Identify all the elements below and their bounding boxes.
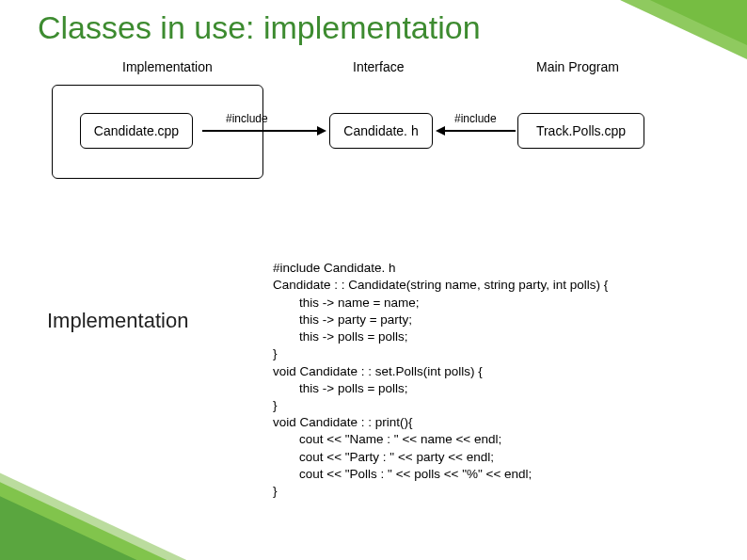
code-line: } bbox=[273, 346, 278, 360]
code-line: this -> name = name; bbox=[273, 295, 724, 312]
diagram-label-implementation: Implementation bbox=[122, 59, 213, 74]
code-line: cout << "Name : " << name << endl; bbox=[273, 431, 724, 448]
code-block: #include Candidate. h Candidate : : Cand… bbox=[273, 243, 724, 500]
diagram-box-candidate-h: Candidate. h bbox=[329, 113, 433, 149]
diagram-arrow-include-1 bbox=[202, 130, 317, 132]
architecture-diagram: Implementation Interface Main Program Ca… bbox=[47, 52, 696, 221]
code-line: void Candidate : : print(){ bbox=[273, 415, 413, 429]
arrowhead-icon bbox=[436, 126, 445, 136]
diagram-box-trackpolls-cpp: Track.Polls.cpp bbox=[517, 113, 644, 149]
code-line: this -> polls = polls; bbox=[273, 380, 724, 397]
diagram-arrow-include-2 bbox=[445, 130, 516, 132]
code-line: cout << "Polls : " << polls << "%" << en… bbox=[273, 466, 724, 483]
arrowhead-icon bbox=[317, 126, 326, 136]
decoration-bottom-left bbox=[0, 400, 235, 560]
code-line: void Candidate : : set.Polls(int polls) … bbox=[273, 364, 483, 378]
code-line: } bbox=[273, 398, 278, 412]
code-line: cout << "Party : " << party << endl; bbox=[273, 449, 724, 466]
diagram-label-interface: Interface bbox=[353, 59, 404, 74]
slide-title: Classes in use: implementation bbox=[38, 9, 481, 46]
code-line: } bbox=[273, 484, 278, 498]
diagram-arrow-label-1: #include bbox=[226, 112, 268, 125]
section-heading-implementation: Implementation bbox=[47, 309, 188, 333]
diagram-arrow-label-2: #include bbox=[454, 112, 497, 125]
code-line: this -> polls = polls; bbox=[273, 328, 724, 345]
code-line: Candidate : : Candidate(string name, str… bbox=[273, 278, 608, 292]
diagram-box-candidate-cpp: Candidate.cpp bbox=[80, 113, 193, 149]
diagram-label-main: Main Program bbox=[536, 59, 619, 74]
code-line: #include Candidate. h bbox=[273, 261, 396, 275]
code-line: this -> party = party; bbox=[273, 312, 724, 328]
